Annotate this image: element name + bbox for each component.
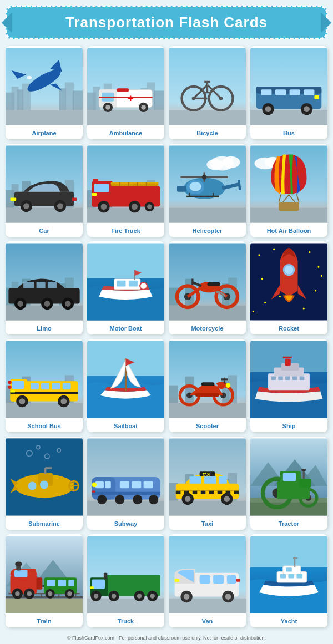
- card-train: Train: [6, 534, 83, 627]
- card-submarine-image: [6, 437, 83, 518]
- svg-rect-83: [111, 182, 159, 184]
- svg-rect-350: [213, 575, 224, 584]
- card-taxi-label: Taxi: [169, 518, 246, 530]
- banner-left-triangle: [2, 13, 12, 33]
- svg-point-257: [92, 482, 97, 487]
- svg-point-134: [17, 301, 23, 307]
- card-school-bus-label: School Bus: [6, 420, 83, 432]
- card-car-label: Car: [6, 225, 83, 237]
- svg-rect-53: [304, 89, 314, 95]
- card-rocket-image: [250, 241, 327, 322]
- svg-point-55: [265, 106, 271, 112]
- svg-point-169: [261, 278, 263, 280]
- card-van-label: Van: [169, 615, 246, 627]
- card-car: Car: [6, 144, 83, 237]
- svg-rect-364: [286, 567, 292, 571]
- svg-rect-187: [31, 383, 39, 389]
- svg-rect-71: [11, 197, 17, 200]
- svg-point-174: [253, 311, 254, 312]
- svg-rect-215: [201, 382, 215, 386]
- svg-point-341: [137, 594, 142, 599]
- svg-rect-95: [93, 179, 98, 181]
- card-rocket-label: Rocket: [250, 322, 327, 334]
- svg-rect-278: [230, 490, 234, 494]
- card-ambulance-label: Ambulance: [87, 127, 164, 139]
- svg-rect-162: [208, 282, 221, 286]
- svg-point-255: [133, 495, 142, 504]
- svg-rect-103: [177, 186, 186, 192]
- svg-rect-141: [117, 281, 125, 287]
- svg-rect-183: [6, 403, 83, 418]
- card-limo-label: Limo: [6, 322, 83, 334]
- title-banner: Transportation Flash Cards: [6, 6, 327, 39]
- svg-rect-335: [92, 579, 105, 589]
- svg-rect-224: [292, 376, 297, 379]
- card-fire-truck-image: [87, 144, 164, 225]
- card-sailboat: Sailboat: [87, 339, 164, 432]
- svg-rect-317: [37, 577, 43, 589]
- card-truck-image: [87, 534, 164, 615]
- svg-point-170: [315, 290, 316, 291]
- svg-rect-72: [72, 197, 77, 200]
- svg-point-138: [65, 301, 71, 307]
- svg-rect-276: [214, 490, 217, 494]
- svg-rect-20: [154, 90, 164, 110]
- card-limo: Limo: [6, 241, 83, 334]
- card-yacht-label: Yacht: [250, 615, 327, 627]
- svg-rect-351: [227, 575, 236, 584]
- svg-rect-142: [129, 281, 138, 287]
- svg-rect-314: [14, 570, 28, 577]
- card-sailboat-image: [87, 339, 164, 420]
- svg-point-167: [309, 251, 310, 253]
- card-school-bus: School Bus: [6, 339, 83, 432]
- card-scooter: Scooter: [169, 339, 246, 432]
- card-motor-boat-image: [87, 241, 164, 322]
- svg-point-91: [132, 204, 138, 210]
- svg-rect-345: [104, 572, 107, 579]
- card-train-label: Train: [6, 615, 83, 627]
- card-subway-label: Subway: [87, 518, 164, 530]
- svg-point-355: [225, 594, 231, 600]
- svg-point-327: [48, 591, 53, 596]
- card-scooter-image: [169, 339, 246, 420]
- svg-rect-360: [283, 566, 301, 574]
- svg-point-70: [57, 203, 63, 209]
- svg-point-198: [8, 385, 11, 388]
- svg-rect-344: [90, 586, 93, 589]
- card-tractor: Tractor: [250, 437, 327, 530]
- svg-rect-323: [47, 580, 56, 586]
- card-yacht: Yacht: [250, 534, 327, 627]
- svg-point-195: [60, 398, 67, 404]
- card-subway-image: [87, 437, 164, 518]
- card-hot-air-balloon-label: Hot Air Balloon: [250, 225, 327, 237]
- svg-point-321: [27, 591, 32, 596]
- svg-rect-222: [278, 376, 283, 379]
- svg-rect-268: [219, 476, 227, 484]
- svg-rect-203: [169, 385, 178, 403]
- card-ship-label: Ship: [250, 420, 327, 432]
- svg-rect-247: [95, 481, 104, 488]
- svg-rect-267: [204, 476, 216, 484]
- svg-point-68: [23, 203, 29, 209]
- svg-point-329: [67, 591, 72, 596]
- svg-rect-347: [169, 598, 246, 613]
- svg-point-316: [15, 561, 22, 566]
- card-motorcycle-label: Motorcycle: [169, 322, 246, 334]
- svg-point-31: [141, 105, 146, 110]
- svg-rect-58: [314, 95, 319, 99]
- card-ambulance: + Ambulance: [87, 46, 164, 139]
- card-school-bus-image: [6, 339, 83, 420]
- card-airplane: Airplane: [6, 46, 83, 139]
- card-helicopter-image: [169, 144, 246, 225]
- svg-rect-100: [169, 208, 246, 223]
- svg-rect-362: [288, 574, 294, 578]
- svg-line-105: [239, 180, 240, 190]
- card-tractor-image: [250, 437, 327, 518]
- svg-point-197: [8, 381, 11, 384]
- svg-rect-272: [180, 490, 184, 494]
- svg-rect-65: [6, 208, 83, 223]
- card-motor-boat-label: Motor Boat: [87, 322, 164, 334]
- svg-rect-302: [6, 598, 83, 613]
- svg-rect-191: [11, 392, 78, 394]
- svg-rect-258: [92, 490, 95, 492]
